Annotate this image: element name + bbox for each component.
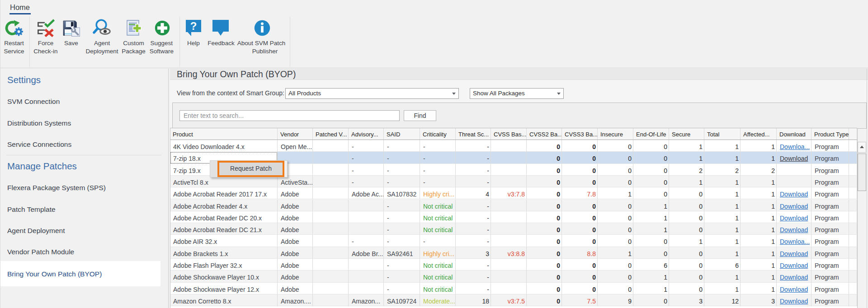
svg-text:?: ? [190,20,197,32]
